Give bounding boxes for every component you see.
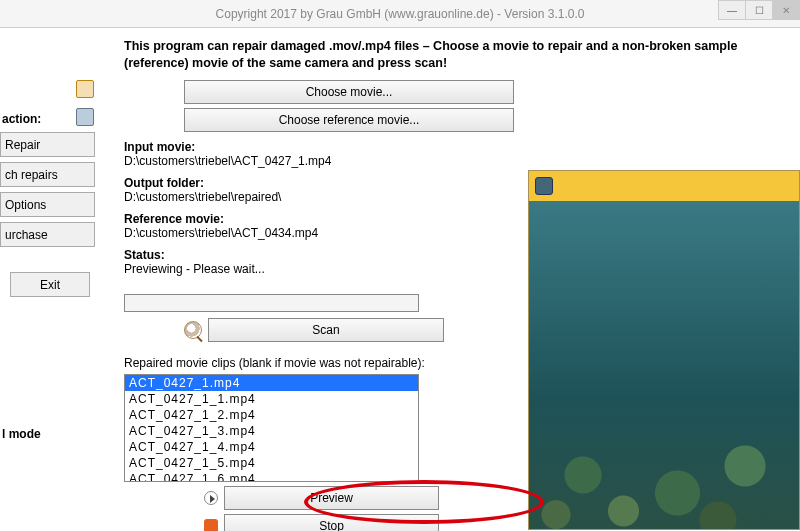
list-item[interactable]: ACT_0427_1_5.mp4 [125,455,418,471]
preview-window-titlebar[interactable] [529,171,799,201]
list-item[interactable]: ACT_0427_1_6.mp4 [125,471,418,482]
preview-window[interactable] [528,170,800,530]
titlebar: Copyright 2017 by Grau GmbH (www.grauonl… [0,0,800,28]
exit-button[interactable]: Exit [10,272,90,297]
mode-label: l mode [0,427,100,441]
stop-icon [204,519,218,531]
folder-icon [76,108,94,126]
input-movie-label: Input movie: [124,140,786,154]
stop-button[interactable]: Stop [224,514,439,531]
preview-window-icon [535,177,553,195]
preview-button[interactable]: Preview [224,486,439,510]
scan-button[interactable]: Scan [208,318,444,342]
list-item[interactable]: ACT_0427_1_3.mp4 [125,423,418,439]
folder-icon [76,80,94,98]
input-movie-value: D:\customers\triebel\ACT_0427_1.mp4 [124,154,786,168]
maximize-button[interactable]: ☐ [745,0,773,20]
repaired-list[interactable]: ACT_0427_1.mp4ACT_0427_1_1.mp4ACT_0427_1… [124,374,419,482]
choose-reference-button[interactable]: Choose reference movie... [184,108,514,132]
list-item[interactable]: ACT_0427_1_1.mp4 [125,391,418,407]
play-icon [204,491,218,505]
options-button[interactable]: Options [0,192,95,217]
list-item[interactable]: ACT_0427_1.mp4 [125,375,418,391]
title-text: Copyright 2017 by Grau GmbH (www.grauonl… [216,7,585,21]
preview-video-frame [529,201,799,529]
close-button[interactable]: ✕ [772,0,800,20]
list-item[interactable]: ACT_0427_1_2.mp4 [125,407,418,423]
choose-movie-button[interactable]: Choose movie... [184,80,514,104]
purchase-button[interactable]: urchase [0,222,95,247]
sidebar: action: Repair ch repairs Options urchas… [0,28,100,531]
minimize-button[interactable]: — [718,0,746,20]
intro-text: This program can repair damaged .mov/.mp… [124,38,786,72]
list-item[interactable]: ACT_0427_1_4.mp4 [125,439,418,455]
magnifier-icon [184,321,202,339]
batch-repairs-button[interactable]: ch repairs [0,162,95,187]
progress-bar [124,294,419,312]
repair-button[interactable]: Repair [0,132,95,157]
